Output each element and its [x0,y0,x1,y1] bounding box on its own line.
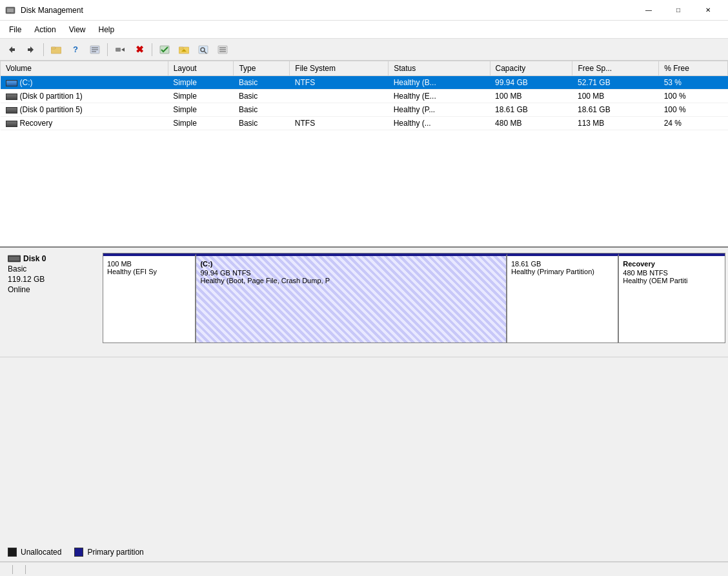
col-capacity[interactable]: Capacity [490,61,572,76]
properties-view-button[interactable] [86,41,104,58]
delete-button[interactable]: ✖ [130,41,148,58]
cell-percentfree: 100 % [659,90,728,103]
svg-marker-3 [9,46,12,53]
volume-list[interactable]: Volume Layout Type File System Status Ca… [0,61,728,248]
cell-filesystem [290,90,389,103]
close-button[interactable]: ✕ [693,0,723,21]
disk-icon [8,255,21,263]
cell-layout: Simple [168,103,234,117]
partition-header-recovery: Recovery [623,260,721,268]
cell-status: Healthy (E... [389,90,490,103]
help-button[interactable]: ? [66,41,85,58]
check-button[interactable] [156,41,174,58]
connect-button[interactable] [111,41,129,58]
table-row[interactable]: (Disk 0 partition 1)SimpleBasicHealthy (… [1,90,728,103]
cell-volume: (Disk 0 partition 1) [1,90,168,103]
partition-partition5[interactable]: 18.61 GBHealthy (Primary Partition) [507,253,619,343]
status-separator-2 [25,565,26,574]
title-bar-controls: — □ ✕ [634,0,723,21]
disk-label: Disk 0 Basic 119.12 GB Online [3,250,103,354]
cell-volume: (C:) [1,76,168,90]
back-button[interactable] [3,41,21,58]
menu-view[interactable]: View [63,23,92,37]
toolbar-separator-2 [107,43,108,56]
svg-rect-1 [7,8,14,12]
cell-freespace: 52.71 GB [572,76,659,90]
disk-name: Disk 0 [8,254,97,263]
disk-icon-gray [6,107,17,114]
legend-label-unallocated: Unallocated [21,548,61,557]
partition-size-efi: 100 MB [107,260,191,268]
disk-icon-blue [6,80,17,86]
svg-rect-6 [28,48,30,51]
cell-type: Basic [234,90,290,103]
table-row[interactable]: RecoverySimpleBasicNTFSHealthy (...480 M… [1,117,728,130]
toolbar-separator-3 [152,43,152,56]
partition-efi[interactable]: 100 MBHealthy (EFI Sy [103,253,196,343]
table-row[interactable]: (C:)SimpleBasicNTFSHealthy (B...99.94 GB… [1,76,728,90]
col-status[interactable]: Status [389,61,490,76]
cell-filesystem: NTFS [290,117,389,130]
empty-area [0,357,728,543]
status-bar [0,562,728,576]
col-freespace[interactable]: Free Sp... [572,61,659,76]
cell-percentfree: 24 % [659,117,728,130]
legend-box-primary [74,548,83,557]
table-row[interactable]: (Disk 0 partition 5)SimpleBasicHealthy (… [1,103,728,117]
svg-marker-14 [121,48,125,52]
forward-button[interactable] [22,41,40,58]
partition-size-partition5: 18.61 GB [511,260,614,268]
minimize-button[interactable]: — [634,0,663,21]
cell-capacity: 18.61 GB [490,103,572,117]
svg-rect-13 [116,48,121,52]
partition-status-recovery: Healthy (OEM Partiti [623,277,721,284]
cell-type: Basic [234,117,290,130]
partition-size-recovery: 480 MB NTFS [623,269,721,277]
disk-status: Online [8,285,97,294]
col-volume[interactable]: Volume [1,61,168,76]
folder-button[interactable] [175,41,193,58]
title-bar-left: Disk Management [5,5,83,15]
maximize-button[interactable]: □ [663,0,693,21]
toolbar: ? ✖ [0,39,728,61]
cell-freespace: 100 MB [572,90,659,103]
cell-filesystem [290,103,389,117]
cell-capacity: 100 MB [490,90,572,103]
folder-view-button[interactable] [47,41,65,58]
menu-action[interactable]: Action [28,23,62,37]
cell-capacity: 99.94 GB [490,76,572,90]
cell-type: Basic [234,103,290,117]
toolbar-separator-1 [43,43,44,56]
menu-help[interactable]: Help [92,23,121,37]
col-layout[interactable]: Layout [168,61,234,76]
partition-status-partition5: Healthy (Primary Partition) [511,268,614,275]
partition-size-c-drive: 99.94 GB NTFS [200,269,502,277]
list-button[interactable] [214,41,232,58]
cell-type: Basic [234,76,290,90]
menu-bar: File Action View Help [0,21,728,39]
cell-percentfree: 100 % [659,103,728,117]
partition-c-drive[interactable]: (C:)99.94 GB NTFSHealthy (Boot, Page Fil… [196,253,507,343]
col-percentfree[interactable]: % Free [659,61,728,76]
status-info [18,566,20,573]
col-type[interactable]: Type [234,61,290,76]
main-content: Volume Layout Type File System Status Ca… [0,61,728,562]
svg-marker-5 [30,46,34,53]
cell-layout: Simple [168,117,234,130]
legend-label-primary: Primary partition [87,548,143,557]
cell-status: Healthy (P... [389,103,490,117]
search-button[interactable] [194,41,212,58]
status-detail [31,566,33,573]
volume-table: Volume Layout Type File System Status Ca… [0,61,728,130]
partition-status-c-drive: Healthy (Boot, Page File, Crash Dump, P [200,277,502,284]
col-filesystem[interactable]: File System [290,61,389,76]
partition-recovery[interactable]: Recovery480 MB NTFSHealthy (OEM Partiti [619,253,725,343]
cell-status: Healthy (... [389,117,490,130]
menu-file[interactable]: File [3,23,28,37]
disk-size: 119.12 GB [8,275,97,284]
partition-header-c-drive: (C:) [200,260,502,268]
legend-primary: Primary partition [74,548,143,557]
svg-rect-27 [9,257,19,261]
legend-bar: Unallocated Primary partition [0,542,728,562]
svg-rect-19 [199,46,208,54]
